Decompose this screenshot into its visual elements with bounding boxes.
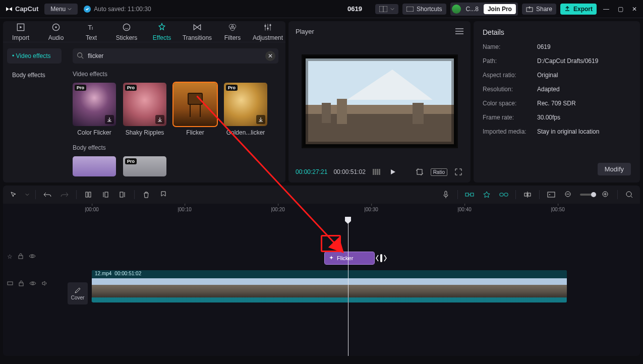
svg-rect-30 (379, 169, 380, 175)
search-input[interactable] (73, 48, 278, 64)
window-minimize[interactable]: — (603, 6, 610, 13)
play-button[interactable] (388, 167, 398, 177)
timeline-toolbar (3, 186, 640, 204)
shortcuts-button[interactable]: Shortcuts (402, 4, 446, 15)
undo-button[interactable] (42, 190, 53, 200)
fullscreen-icon[interactable] (453, 167, 463, 177)
subnav-video-effects[interactable]: Video effects (7, 48, 62, 64)
trim-right-tool[interactable] (117, 190, 128, 200)
timecode-current: 00:00:27:21 (296, 168, 327, 175)
effect-color-flicker[interactable]: ProColor Flicker (73, 83, 116, 136)
titlebar: CapCut Menu Auto saved: 11:00:30 0619 Sh… (0, 0, 643, 18)
join-pro-badge[interactable]: Join Pro (484, 4, 516, 14)
zoom-fit[interactable] (624, 190, 635, 200)
nav-import[interactable]: Import (3, 21, 38, 42)
nav-effects[interactable]: Effects (144, 21, 180, 42)
columns-icon[interactable] (372, 167, 382, 177)
zoom-slider[interactable] (580, 194, 594, 196)
svg-rect-46 (528, 193, 531, 196)
align-tool[interactable] (522, 190, 533, 200)
svg-line-55 (631, 196, 632, 198)
ratio-button[interactable]: Ratio (431, 168, 447, 176)
project-name[interactable]: 0619 (347, 5, 362, 13)
svg-rect-27 (373, 169, 374, 175)
download-icon[interactable] (155, 115, 164, 124)
download-icon[interactable] (256, 115, 265, 124)
link-toggle[interactable] (498, 190, 509, 200)
share-button[interactable]: Share (522, 4, 556, 15)
body-effect-item-1[interactable] (73, 156, 116, 176)
nav-text[interactable]: TIText (74, 21, 109, 42)
detail-name: 0619 (537, 43, 551, 50)
download-icon[interactable] (105, 115, 114, 124)
svg-point-14 (267, 27, 268, 29)
body-effect-item-2[interactable]: Pro (123, 156, 166, 176)
layout-button[interactable] (375, 4, 398, 14)
snap-auto-toggle[interactable] (481, 190, 492, 200)
lock-icon[interactable] (18, 280, 24, 288)
nav-audio[interactable]: Audio (38, 21, 74, 42)
import-icon (16, 22, 26, 32)
nav-stickers[interactable]: Stickers (109, 21, 144, 42)
snap-main-toggle[interactable] (464, 190, 475, 200)
detail-path: D:/CapCut Drafts/0619 (537, 57, 598, 65)
svg-point-9 (123, 24, 130, 30)
annotation-highlight-box (321, 235, 341, 252)
export-button[interactable]: Export (560, 4, 597, 15)
visibility-icon[interactable] (29, 253, 36, 261)
svg-point-57 (31, 255, 33, 257)
menu-button[interactable]: Menu (44, 4, 78, 15)
window-close[interactable]: ✕ (631, 6, 638, 13)
detail-colorspace: Rec. 709 SDR (537, 100, 576, 107)
lock-icon[interactable] (18, 253, 24, 261)
clip-edge-handle[interactable] (373, 250, 389, 266)
mic-button[interactable] (440, 190, 451, 200)
nav-filters[interactable]: Filters (215, 21, 250, 42)
app-name: CapCut (15, 5, 38, 13)
zoom-in[interactable] (600, 190, 611, 200)
modify-button[interactable]: Modify (598, 163, 631, 175)
preview-render[interactable] (546, 190, 557, 200)
effect-clip-flicker[interactable]: Flicker (325, 252, 374, 264)
window-maximize[interactable]: ▢ (617, 6, 624, 13)
select-tool[interactable] (8, 190, 19, 200)
svg-rect-61 (380, 254, 382, 262)
favorite-icon[interactable]: ☆ (7, 253, 13, 261)
pro-badge: Pro (125, 158, 137, 164)
player-menu-icon[interactable] (455, 28, 463, 34)
effect-golden-flicker[interactable]: ProGolden...licker (224, 83, 267, 136)
playhead[interactable] (348, 217, 348, 356)
delete-tool[interactable] (141, 190, 152, 200)
trim-left-tool[interactable] (100, 190, 111, 200)
visibility-icon[interactable] (29, 280, 36, 288)
svg-point-60 (32, 282, 34, 284)
svg-rect-42 (500, 193, 503, 196)
effect-track-controls: ☆ (7, 253, 36, 261)
effect-flicker[interactable]: Flicker (173, 83, 217, 136)
clear-search-button[interactable]: ✕ (265, 51, 275, 61)
stickers-icon (122, 22, 132, 32)
marker-tool[interactable] (158, 190, 169, 200)
timeline-ruler[interactable]: |00:00 |00:10 |00:20 |00:30 |00:40 |00:5… (69, 204, 635, 217)
sparkle-icon (329, 256, 334, 261)
split-tool[interactable] (83, 190, 94, 200)
player-title: Player (296, 28, 314, 35)
detail-resolution: Adapted (537, 86, 560, 93)
cloud-account[interactable]: C...8Join Pro (450, 3, 518, 16)
effect-shaky-ripples[interactable]: ProShaky Ripples (123, 83, 166, 136)
zoom-out[interactable] (563, 190, 574, 200)
video-clip[interactable]: 12.mp400:00:51:02 (92, 270, 567, 302)
section-title-video: Video effects (73, 71, 278, 78)
nav-adjustment[interactable]: Adjustment (250, 21, 285, 42)
avatar-icon (452, 5, 461, 14)
crop-icon[interactable] (415, 167, 425, 177)
collapse-icon[interactable] (7, 280, 13, 288)
nav-transitions[interactable]: Transitions (180, 21, 215, 42)
preview-canvas[interactable] (302, 54, 458, 148)
subnav-body-effects[interactable]: Body effects (7, 68, 62, 83)
svg-rect-38 (445, 191, 447, 195)
chevron-down-icon[interactable] (25, 193, 29, 197)
mute-icon[interactable] (41, 280, 47, 288)
timeline[interactable]: |00:00 |00:10 |00:20 |00:30 |00:40 |00:5… (3, 204, 640, 356)
cover-button[interactable]: Cover (68, 282, 88, 305)
